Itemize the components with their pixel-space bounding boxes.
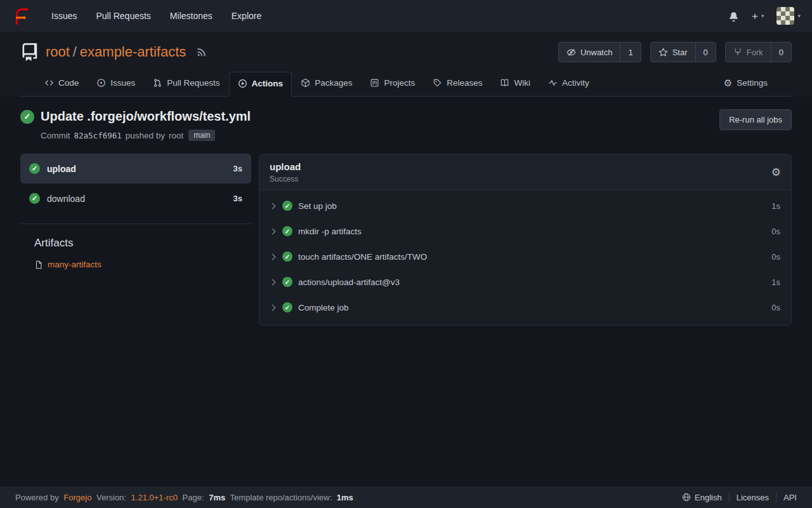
gear-icon: ⚙ (724, 78, 732, 88)
create-new-button[interactable]: + ▾ (752, 11, 764, 22)
tab-issues[interactable]: Issues (88, 71, 144, 96)
watchers-count[interactable]: 1 (620, 43, 640, 62)
branch-badge[interactable]: main (188, 130, 215, 141)
book-icon (500, 78, 509, 88)
steps-list: ✓ Set up job 1s ✓ mkdir -p artifacts 0s … (259, 190, 791, 325)
step-name: mkdir -p artifacts (298, 227, 362, 236)
tab-label: Issues (110, 78, 135, 88)
licenses-link[interactable]: Licenses (729, 493, 776, 502)
nav-pull-requests[interactable]: Pull Requests (88, 6, 159, 26)
fork-icon (733, 48, 742, 57)
user-menu[interactable]: ▾ (776, 7, 801, 25)
success-check-icon: ✓ (20, 110, 34, 124)
tab-label: Projects (384, 78, 415, 88)
star-button[interactable]: Star (651, 43, 695, 62)
unwatch-button[interactable]: Unwatch (559, 43, 620, 62)
template-time-label: Template repo/actions/view: (230, 493, 332, 502)
nav-issues[interactable]: Issues (43, 6, 85, 26)
success-check-icon: ✓ (282, 251, 292, 262)
language-selector[interactable]: English (675, 493, 729, 502)
forgejo-logo-icon[interactable] (11, 6, 30, 25)
step-row-mkdir[interactable]: ✓ mkdir -p artifacts 0s (259, 218, 791, 244)
actions-run-view: ✓ Update .forgejo/workflows/test.yml Com… (0, 97, 812, 486)
star-icon (658, 48, 668, 57)
tab-actions[interactable]: Actions (229, 72, 292, 97)
step-row-setup[interactable]: ✓ Set up job 1s (259, 193, 791, 218)
job-options-gear-icon[interactable]: ⚙ (771, 167, 781, 178)
commit-sha-link[interactable]: 82a5cf6961 (74, 131, 122, 140)
success-check-icon: ✓ (282, 277, 292, 287)
nav-milestones[interactable]: Milestones (162, 6, 221, 26)
chevron-down-icon: ▾ (797, 13, 801, 19)
tab-pull-requests[interactable]: Pull Requests (144, 71, 228, 96)
fork-button-group: Fork 0 (725, 42, 792, 62)
project-icon (370, 78, 379, 88)
chevron-right-icon (270, 279, 276, 285)
repo-owner-link[interactable]: root (46, 44, 70, 60)
job-duration: 3s (233, 164, 242, 173)
pull-request-icon (153, 78, 162, 88)
repo-book-icon (20, 43, 38, 61)
page-time-label: Page: (183, 493, 204, 502)
forgejo-link[interactable]: Forgejo (63, 493, 91, 502)
nav-explore[interactable]: Explore (223, 6, 270, 26)
pushed-by-label: pushed by (126, 131, 165, 140)
chevron-right-icon (270, 203, 276, 209)
template-time-value: 1ms (337, 493, 353, 502)
run-title-row: ✓ Update .forgejo/workflows/test.yml (20, 109, 251, 124)
tab-code[interactable]: Code (36, 71, 88, 96)
fork-label: Fork (747, 48, 763, 57)
page-time-value: 7ms (209, 493, 225, 502)
tab-label: Code (58, 78, 79, 88)
notifications-bell-icon[interactable] (728, 11, 739, 22)
artifact-link-many-artifacts[interactable]: many-artifacts (34, 260, 251, 269)
job-item-upload[interactable]: ✓ upload 3s (20, 154, 251, 184)
success-check-icon: ✓ (29, 163, 40, 174)
step-duration: 0s (771, 252, 780, 262)
tab-projects[interactable]: Projects (361, 71, 424, 96)
version-value: 1.21.0+1-rc0 (131, 493, 178, 502)
rss-icon[interactable] (196, 47, 207, 58)
tab-releases[interactable]: Releases (424, 71, 491, 96)
chevron-right-icon (270, 253, 276, 260)
tab-label: Settings (737, 78, 768, 88)
repo-tabs: Code Issues Pull Requests Actions Packag… (20, 66, 792, 97)
job-item-download[interactable]: ✓ download 3s (20, 184, 251, 213)
forks-count[interactable]: 0 (771, 43, 791, 62)
tab-wiki[interactable]: Wiki (491, 71, 539, 96)
tab-label: Actions (252, 79, 284, 88)
success-check-icon: ✓ (282, 302, 292, 312)
fork-button[interactable]: Fork (726, 43, 771, 62)
rerun-all-jobs-button[interactable]: Re-run all jobs (719, 109, 792, 130)
job-duration: 3s (233, 194, 242, 203)
footer: Powered by Forgejo Version: 1.21.0+1-rc0… (0, 486, 812, 508)
artifact-name: many-artifacts (48, 260, 102, 269)
repo-separator: / (73, 44, 77, 60)
step-duration: 0s (771, 303, 780, 312)
step-row-complete[interactable]: ✓ Complete job 0s (259, 295, 791, 320)
tab-packages[interactable]: Packages (292, 71, 361, 96)
stars-count[interactable]: 0 (695, 43, 716, 62)
job-name: upload (47, 164, 76, 174)
star-button-group: Star 0 (650, 42, 716, 62)
footer-links: English Licenses API (675, 493, 797, 502)
commit-line: Commit 82a5cf6961 pushed by root main (41, 130, 251, 141)
jobs-sidebar: ✓ upload 3s ✓ download 3s Artifacts many… (20, 154, 251, 269)
repo-name-link[interactable]: example-artifacts (80, 44, 187, 60)
chevron-right-icon (270, 228, 276, 234)
step-name: actions/upload-artifact@v3 (298, 277, 400, 287)
step-row-touch[interactable]: ✓ touch artifacts/ONE artifacts/TWO 0s (259, 244, 791, 269)
tab-label: Releases (447, 78, 482, 88)
step-duration: 1s (771, 277, 780, 287)
commit-author-link[interactable]: root (169, 131, 183, 140)
api-link[interactable]: API (776, 493, 797, 502)
tab-activity[interactable]: Activity (539, 71, 598, 96)
unwatch-label: Unwatch (580, 48, 613, 57)
tab-settings[interactable]: ⚙ Settings (715, 71, 776, 96)
run-title: Update .forgejo/workflows/test.yml (41, 109, 251, 124)
eye-slash-icon (566, 48, 576, 57)
step-row-upload-artifact[interactable]: ✓ actions/upload-artifact@v3 1s (259, 269, 791, 295)
step-name: Set up job (298, 201, 337, 211)
tab-label: Activity (562, 78, 589, 88)
artifacts-heading: Artifacts (34, 237, 251, 250)
